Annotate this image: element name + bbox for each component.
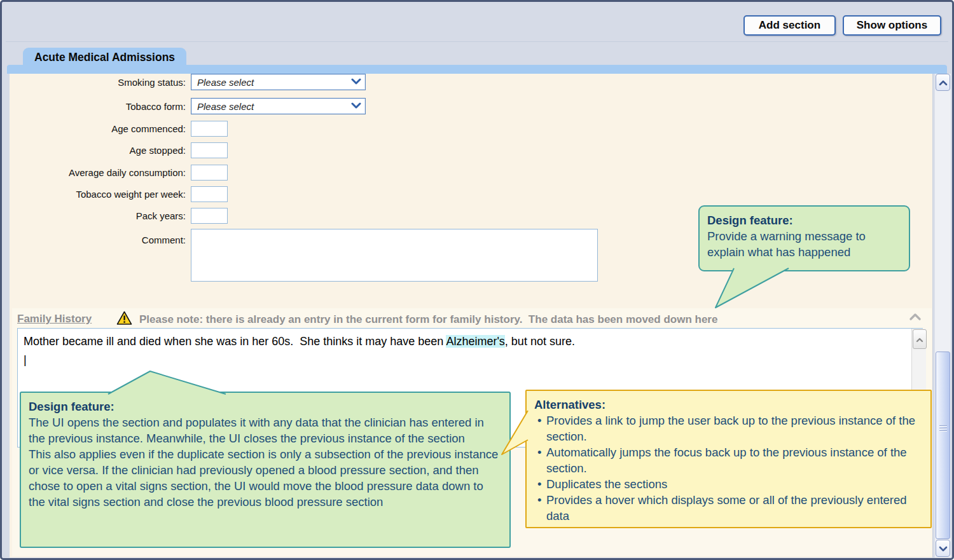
callout-paragraph: This also applies even if the duplicate …: [29, 446, 502, 510]
scroll-up-button[interactable]: [913, 329, 927, 349]
field-label: Smoking status:: [10, 77, 191, 88]
entry-text: , but not sure.: [505, 335, 575, 348]
alternatives-item: Provides a hover which displays some or …: [534, 492, 923, 524]
chevron-down-icon: [939, 543, 948, 554]
tobacco-weight-input[interactable]: [191, 186, 228, 202]
tab-acute-medical-admissions[interactable]: Acute Medical Admissions: [23, 48, 186, 65]
tobacco-form-select[interactable]: Please select: [191, 98, 366, 114]
field-label: Tobacco form:: [10, 101, 191, 112]
age-commenced-input[interactable]: [191, 121, 228, 137]
select-value: Please select: [197, 77, 254, 88]
form-row-average-daily-consumption: Average daily consumption:: [10, 164, 228, 181]
field-label: Age stopped:: [10, 145, 191, 156]
callout-warning-message: Design feature: Provide a warning messag…: [698, 205, 910, 271]
field-label: Comment:: [10, 229, 191, 245]
toolbar-divider: [6, 41, 948, 42]
tab-strip: [7, 65, 947, 74]
scroll-up-button[interactable]: [936, 74, 950, 91]
callout-design-feature: Design feature: The UI opens the section…: [20, 392, 511, 548]
smoking-status-select[interactable]: Please select: [191, 74, 366, 90]
family-history-heading[interactable]: Family History: [17, 313, 92, 325]
pack-years-input[interactable]: [191, 208, 228, 224]
form-row-smoking-status: Smoking status: Please select: [10, 74, 366, 90]
alternatives-list: Provides a link to jump the user back up…: [534, 413, 923, 524]
warning-triangle-icon: [116, 311, 132, 328]
field-label: Tobacco weight per week:: [10, 189, 191, 200]
field-label: Pack years:: [10, 210, 191, 221]
highlighted-term: Alzheimer's: [446, 335, 504, 348]
chevron-up-icon: [916, 334, 923, 345]
chevron-down-icon: [351, 100, 361, 112]
alternatives-item: Provides a link to jump the user back up…: [534, 413, 923, 444]
field-label: Age commenced:: [10, 123, 191, 134]
form-row-age-commenced: Age commenced:: [10, 120, 228, 137]
form-row-tobacco-form: Tobacco form: Please select: [10, 98, 366, 114]
form-row-age-stopped: Age stopped:: [10, 142, 228, 158]
callout-title: Design feature:: [29, 399, 502, 414]
callout-alternatives: Alternatives: Provides a link to jump th…: [525, 390, 932, 528]
form-row-comment: Comment:: [10, 229, 598, 282]
callout-paragraph: The UI opens the section and populates i…: [29, 414, 502, 446]
chevron-up-icon: [939, 77, 948, 88]
chevron-down-icon: [351, 76, 361, 88]
form-row-pack-years: Pack years:: [10, 207, 228, 224]
age-stopped-input[interactable]: [191, 142, 228, 158]
callout-body: Provide a warning message to explain wha…: [707, 228, 901, 260]
callout-title: Alternatives:: [534, 397, 923, 413]
comment-textarea[interactable]: [191, 229, 598, 282]
application-window: Add section Show options Acute Medical A…: [0, 0, 954, 560]
alternatives-item: Automatically jumps the focus back up to…: [534, 444, 923, 476]
text-cursor: |: [24, 353, 27, 366]
average-daily-consumption-input[interactable]: [191, 165, 228, 181]
scroll-down-button[interactable]: [936, 540, 950, 557]
window-scrollbar[interactable]: [934, 74, 951, 557]
show-options-button[interactable]: Show options: [843, 15, 941, 36]
scrollbar-thumb[interactable]: [936, 352, 950, 539]
family-history-warning-note: Please note: there is already an entry i…: [139, 313, 717, 326]
scrollbar-grip: [939, 423, 947, 433]
field-label: Average daily consumption:: [10, 167, 191, 178]
callout-title: Design feature:: [707, 212, 901, 228]
select-value: Please select: [197, 101, 254, 112]
form-row-tobacco-weight: Tobacco weight per week:: [10, 186, 228, 202]
add-section-button[interactable]: Add section: [743, 15, 836, 36]
alternatives-item: Duplicates the sections: [534, 476, 923, 492]
chevron-up-icon[interactable]: [909, 312, 922, 324]
entry-text: Mother became ill and died when she was …: [24, 335, 446, 348]
